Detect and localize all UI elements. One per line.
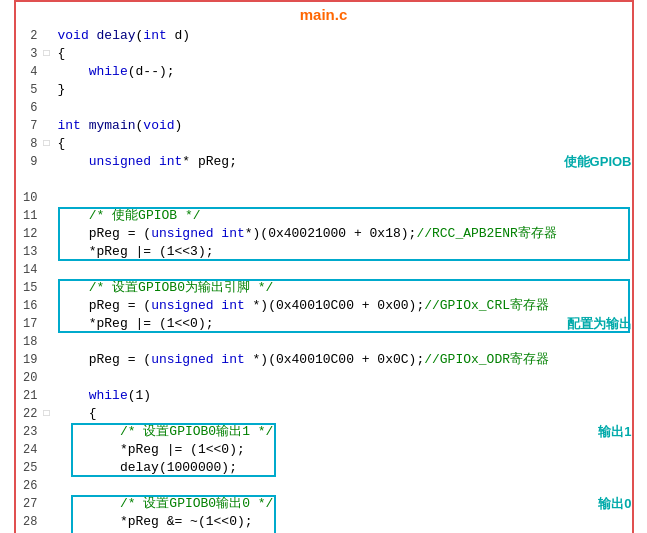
code-line-12: 12 pReg = (unsigned int*)(0x40021000 + 0… xyxy=(16,225,632,243)
code-window: main.c 2 void delay(int d) 3 □ { 4 while… xyxy=(14,0,634,533)
code-line-22: 22 □ { xyxy=(16,405,632,423)
code-line-16: 16 pReg = (unsigned int *)(0x40010C00 + … xyxy=(16,297,632,315)
annotation-output1: 输出1 xyxy=(598,423,631,441)
code-line-11: 11 /* 使能GPIOB */ xyxy=(16,207,632,225)
code-line-7: 7 int mymain(void) xyxy=(16,117,632,135)
code-line-24: 24 *pReg |= (1<<0); xyxy=(16,441,632,459)
code-line-21: 21 while(1) xyxy=(16,387,632,405)
code-line-18: 18 xyxy=(16,333,632,351)
code-line-6: 6 xyxy=(16,99,632,117)
code-line-9: 9 unsigned int* pReg; 使能GPIOB xyxy=(16,153,632,189)
code-line-3: 3 □ { xyxy=(16,45,632,63)
code-line-8: 8 □ { xyxy=(16,135,632,153)
annotation-gpiob-enable: 使能GPIOB xyxy=(564,153,632,171)
annotation-configure-output: 配置为输出 xyxy=(567,315,632,333)
code-line-14: 14 xyxy=(16,261,632,279)
code-line-25: 25 delay(1000000); xyxy=(16,459,632,477)
code-line-27: 27 /* 设置GPIOB0输出0 */ 输出0 xyxy=(16,495,632,513)
code-line-26: 26 xyxy=(16,477,632,495)
code-line-5: 5 } xyxy=(16,81,632,99)
file-title: main.c xyxy=(16,2,632,25)
code-line-2: 2 void delay(int d) xyxy=(16,27,632,45)
annotation-output0: 输出0 xyxy=(598,495,631,513)
code-line-13: 13 *pReg |= (1<<3); xyxy=(16,243,632,261)
code-line-28: 28 *pReg &= ~(1<<0); xyxy=(16,513,632,531)
code-line-4: 4 while(d--); xyxy=(16,63,632,81)
code-line-20: 20 xyxy=(16,369,632,387)
code-line-15: 15 /* 设置GPIOB0为输出引脚 */ xyxy=(16,279,632,297)
code-line-23: 23 /* 设置GPIOB0输出1 */ 输出1 xyxy=(16,423,632,441)
code-line-19: 19 pReg = (unsigned int *)(0x40010C00 + … xyxy=(16,351,632,369)
code-line-17: 17 *pReg |= (1<<0); 配置为输出 xyxy=(16,315,632,333)
code-line-10: 10 xyxy=(16,189,632,207)
code-area: 2 void delay(int d) 3 □ { 4 while(d--); … xyxy=(16,25,632,533)
